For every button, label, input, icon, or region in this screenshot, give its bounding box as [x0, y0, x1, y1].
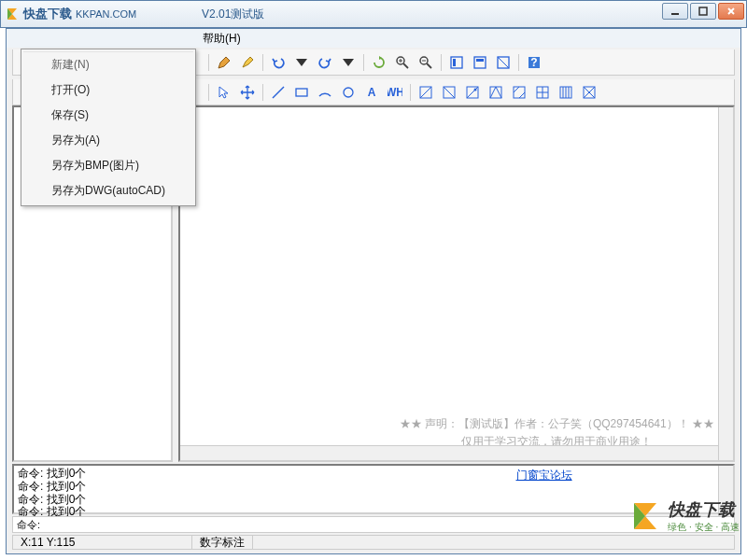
menu-new[interactable]: 新建(N): [23, 51, 193, 77]
watermark-logo-icon: [628, 499, 662, 533]
shape-2-icon[interactable]: [439, 82, 459, 103]
watermark-title: 快盘下载: [668, 498, 740, 521]
highlighter-icon[interactable]: [237, 52, 258, 73]
shape-7-icon[interactable]: [556, 82, 576, 103]
menubar: 帮助(H): [7, 29, 740, 48]
menu-help[interactable]: 帮助(H): [203, 31, 241, 47]
shape-8-icon[interactable]: [579, 82, 599, 103]
log-area: 命令: 找到0个 命令: 找到0个 命令: 找到0个 命令: 找到0个 门窗宝论…: [12, 464, 735, 514]
minimize-button[interactable]: [662, 3, 688, 20]
move-icon[interactable]: [237, 82, 258, 103]
svg-line-19: [273, 87, 284, 98]
shape-3-icon[interactable]: [462, 82, 483, 103]
app-title: 快盘下载: [23, 6, 72, 22]
svg-line-27: [444, 87, 455, 98]
file-dropdown-menu: 新建(N) 打开(O) 保存(S) 另存为(A) 另存为BMP(图片) 另存为D…: [21, 49, 196, 206]
help-icon[interactable]: ?: [524, 52, 544, 73]
svg-point-21: [344, 88, 353, 97]
undo-icon[interactable]: [268, 52, 289, 73]
close-button[interactable]: [718, 3, 744, 20]
menu-save-bmp[interactable]: 另存为BMP(图片): [23, 153, 193, 178]
svg-rect-11: [451, 57, 462, 68]
site-watermark: 快盘下载 绿色 · 安全 · 高速: [628, 498, 740, 534]
svg-point-29: [474, 88, 477, 91]
refresh-icon[interactable]: [369, 52, 389, 73]
log-output: 命令: 找到0个 命令: 找到0个 命令: 找到0个 命令: 找到0个: [14, 466, 370, 512]
app-url: KKPAN.COM: [76, 8, 136, 20]
canvas[interactable]: ★★ 声明：【测试版】作者：公子笑（QQ297454641）！ ★★ 仅用于学习…: [178, 105, 735, 462]
panel-b-icon[interactable]: [470, 52, 490, 73]
command-label: 命令:: [13, 518, 44, 532]
command-line: 命令:: [12, 516, 735, 533]
pencil-icon[interactable]: [214, 52, 234, 73]
svg-rect-1: [699, 7, 707, 15]
svg-rect-13: [474, 57, 486, 68]
zoom-in-icon[interactable]: [392, 52, 413, 73]
svg-rect-30: [490, 87, 501, 98]
shape-1-icon[interactable]: [416, 82, 436, 103]
window-controls: [662, 3, 744, 20]
menu-save[interactable]: 保存(S): [23, 103, 193, 128]
watermark-tagline: 绿色 · 安全 · 高速: [668, 521, 740, 534]
menu-open[interactable]: 打开(O): [23, 77, 193, 103]
svg-text:?: ?: [530, 56, 537, 69]
svg-rect-12: [453, 59, 456, 66]
circle-icon[interactable]: [338, 82, 359, 103]
svg-rect-14: [476, 59, 484, 62]
text-wh-icon[interactable]: WH: [385, 82, 405, 103]
line-icon[interactable]: [268, 82, 289, 103]
vertical-scrollbar[interactable]: [718, 107, 733, 460]
panel-a-icon[interactable]: [446, 52, 467, 73]
undo-dropdown-icon[interactable]: [291, 52, 312, 73]
cursor-icon[interactable]: [214, 82, 234, 103]
svg-line-16: [498, 57, 509, 68]
rectangle-icon[interactable]: [291, 82, 312, 103]
svg-text:WH: WH: [388, 86, 402, 99]
svg-rect-20: [296, 89, 307, 96]
svg-rect-31: [514, 87, 525, 98]
version-label: V2.01测试版: [202, 7, 264, 22]
shape-4-icon[interactable]: [486, 82, 506, 103]
titlebar: 快盘下载 KKPAN.COM V2.01测试版: [0, 0, 747, 28]
menu-save-as[interactable]: 另存为(A): [23, 128, 193, 153]
forum-link[interactable]: 门窗宝论坛: [516, 469, 572, 482]
arc-icon[interactable]: [315, 82, 335, 103]
status-mode: 数字标注: [192, 536, 253, 549]
svg-text:A: A: [368, 86, 376, 99]
svg-line-5: [403, 63, 408, 68]
text-a-icon[interactable]: A: [361, 82, 382, 103]
menu-save-dwg[interactable]: 另存为DWG(autoCAD): [23, 178, 193, 203]
app-logo-icon: [5, 7, 20, 21]
redo-dropdown-icon[interactable]: [338, 52, 359, 73]
svg-line-25: [420, 87, 431, 98]
status-coords: X:11 Y:115: [13, 536, 192, 549]
redo-icon[interactable]: [315, 52, 335, 73]
shape-6-icon[interactable]: [532, 82, 553, 103]
horizontal-scrollbar[interactable]: [180, 445, 718, 460]
maximize-button[interactable]: [690, 3, 716, 20]
svg-line-9: [427, 63, 431, 68]
status-bar: X:11 Y:115 数字标注: [12, 535, 735, 550]
shape-5-icon[interactable]: [509, 82, 529, 103]
zoom-out-icon[interactable]: [416, 52, 436, 73]
panel-c-icon[interactable]: [493, 52, 514, 73]
